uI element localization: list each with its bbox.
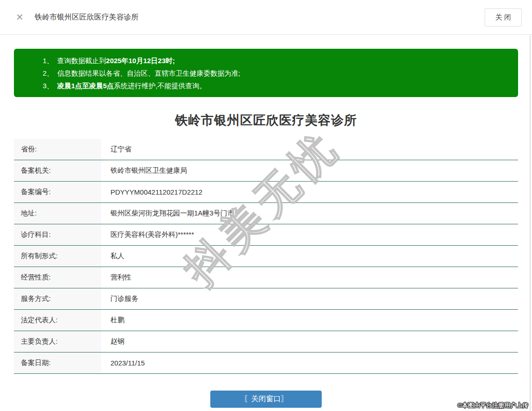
notice-line-3-number: 3、 <box>43 82 53 90</box>
notice-line-2: 2、信息数据结果以各省、自治区、直辖市卫生健康委数据为准; <box>43 67 509 79</box>
window-title: 铁岭市银州区匠欣医疗美容诊所 <box>35 13 485 22</box>
notice-line-3-text: 系统进行维护,不能提供查询。 <box>114 82 206 90</box>
field-label: 服务方式: <box>14 288 101 309</box>
footer: 〖关闭窗口〗 <box>0 391 532 408</box>
close-window-button[interactable]: 〖关闭窗口〗 <box>210 391 322 408</box>
field-label: 所有制形式: <box>14 246 101 267</box>
notice-line-1-end: ; <box>173 57 175 65</box>
field-value: 铁岭市银州区卫生健康局 <box>101 160 518 181</box>
header-bar: ✕ 铁岭市银州区匠欣医疗美容诊所 关 闭 <box>0 0 532 35</box>
table-row: 备案编号: PDYYYM00421120217D2212 <box>14 182 518 203</box>
table-row: 诊疗科目: 医疗美容科(美容外科)****** <box>14 224 518 246</box>
field-label: 经营性质: <box>14 267 101 288</box>
field-value: 私人 <box>101 246 518 267</box>
scrollbar[interactable] <box>530 35 531 411</box>
record-table: 省份: 辽宁省 备案机关: 铁岭市银州区卫生健康局 备案编号: PDYYYM00… <box>14 139 518 374</box>
field-value: 医疗美容科(美容外科)****** <box>101 224 518 245</box>
table-row: 备案机关: 铁岭市银州区卫生健康局 <box>14 160 518 182</box>
field-label: 备案日期: <box>14 352 101 373</box>
table-row: 所有制形式: 私人 <box>14 246 518 267</box>
page-title: 铁岭市银州区匠欣医疗美容诊所 <box>0 112 532 129</box>
field-label: 法定代表人: <box>14 310 101 331</box>
field-value: 2023/11/15 <box>101 352 518 373</box>
notice-line-2-number: 2、 <box>43 69 53 77</box>
field-label: 备案编号: <box>14 182 101 202</box>
field-value: PDYYYM00421120217D2212 <box>101 182 518 202</box>
header-close-button[interactable]: 关 闭 <box>485 8 522 26</box>
field-label: 诊疗科目: <box>14 224 101 245</box>
notice-line-3-bold: 凌晨1点至凌晨5点 <box>57 82 114 90</box>
field-value: 银州区柴河街龙翔花园一期1A幢3号门市 <box>101 203 518 224</box>
table-row: 主要负责人: 赵钢 <box>14 331 518 352</box>
notice-line-1-bold: 2025年10月12日23时 <box>106 57 172 65</box>
notice-line-1-text: 查询数据截止到 <box>57 57 106 65</box>
table-row: 省份: 辽宁省 <box>14 139 518 160</box>
field-label: 省份: <box>14 139 101 160</box>
notice-line-1: 1、查询数据截止到2025年10月12日23时; <box>43 54 509 67</box>
field-value: 营利性 <box>101 267 518 288</box>
field-value: 赵钢 <box>101 331 518 352</box>
notice-line-1-number: 1、 <box>43 57 53 65</box>
field-value: 门诊服务 <box>101 288 518 309</box>
table-row: 地址: 银州区柴河街龙翔花园一期1A幢3号门市 <box>14 203 518 224</box>
table-row: 备案日期: 2023/11/15 <box>14 352 518 374</box>
field-label: 主要负责人: <box>14 331 101 352</box>
field-value: 辽宁省 <box>101 139 518 160</box>
field-value: 杜鹏 <box>101 310 518 331</box>
field-label: 地址: <box>14 203 101 224</box>
close-x-icon[interactable]: ✕ <box>16 13 24 22</box>
notice-line-2-text: 信息数据结果以各省、自治区、直辖市卫生健康委数据为准; <box>57 69 240 77</box>
table-row: 法定代表人: 杜鹏 <box>14 310 518 331</box>
notice-banner: 1、查询数据截止到2025年10月12日23时; 2、信息数据结果以各省、自治区… <box>14 49 518 97</box>
notice-line-3: 3、凌晨1点至凌晨5点系统进行维护,不能提供查询。 <box>43 79 509 92</box>
table-row: 经营性质: 营利性 <box>14 267 518 288</box>
table-row: 服务方式: 门诊服务 <box>14 288 518 310</box>
copyright-watermark-text: ©本图由平台注册用户上传 <box>457 401 528 410</box>
field-label: 备案机关: <box>14 160 101 181</box>
